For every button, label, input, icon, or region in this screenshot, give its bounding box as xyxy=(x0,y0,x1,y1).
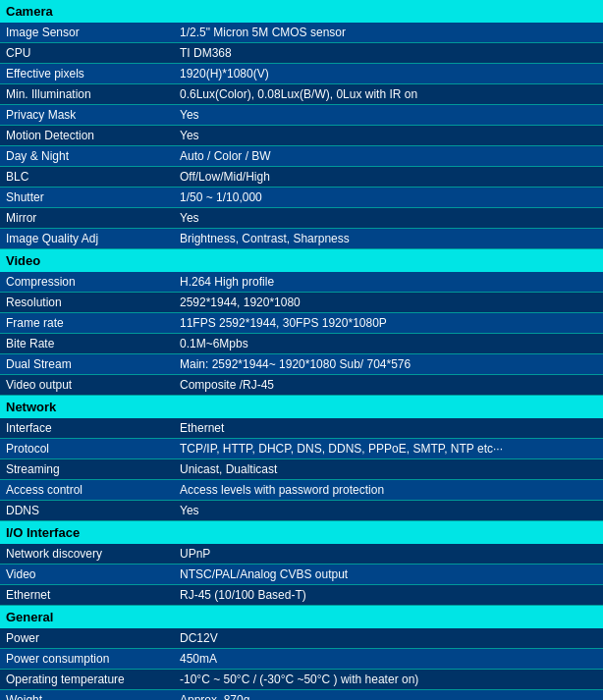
row-value: TCP/IP, HTTP, DHCP, DNS, DDNS, PPPoE, SM… xyxy=(174,439,603,459)
row-label: Video output xyxy=(0,375,174,396)
row-value: 450mA xyxy=(174,649,603,670)
row-value: 1/2.5" Micron 5M CMOS sensor xyxy=(174,23,603,43)
row-value: 0.6Lux(Color), 0.08Lux(B/W), 0Lux with I… xyxy=(174,84,603,105)
row-label: Streaming xyxy=(0,459,174,480)
table-row: EthernetRJ-45 (10/100 Based-T) xyxy=(0,585,603,606)
row-label: Shutter xyxy=(0,188,174,208)
table-row: Dual StreamMain: 2592*1944~ 1920*1080 Su… xyxy=(0,354,603,375)
row-value: Off/Low/Mid/High xyxy=(174,167,603,188)
row-value: Brightness, Contrast, Sharpness xyxy=(174,229,603,249)
row-value: DC12V xyxy=(174,628,603,649)
row-label: Frame rate xyxy=(0,313,174,334)
table-row: Bite Rate0.1M~6Mpbs xyxy=(0,334,603,354)
row-label: Privacy Mask xyxy=(0,105,174,126)
row-value: Main: 2592*1944~ 1920*1080 Sub/ 704*576 xyxy=(174,354,603,375)
row-value: TI DM368 xyxy=(174,43,603,64)
row-label: Mirror xyxy=(0,208,174,229)
table-row: ProtocolTCP/IP, HTTP, DHCP, DNS, DDNS, P… xyxy=(0,439,603,459)
row-value: Yes xyxy=(174,208,603,229)
table-row: StreamingUnicast, Dualticast xyxy=(0,459,603,480)
row-label: Power xyxy=(0,628,174,649)
row-label: Compression xyxy=(0,272,174,293)
table-row: CompressionH.264 High profile xyxy=(0,272,603,293)
row-label: BLC xyxy=(0,167,174,188)
row-label: DDNS xyxy=(0,501,174,521)
row-label: Dual Stream xyxy=(0,354,174,375)
table-row: BLCOff/Low/Mid/High xyxy=(0,167,603,188)
table-row: Frame rate11FPS 2592*1944, 30FPS 1920*10… xyxy=(0,313,603,334)
row-value: Yes xyxy=(174,501,603,521)
row-label: Operating temperature xyxy=(0,670,174,690)
section-header: Camera xyxy=(0,0,603,23)
table-row: Motion DetectionYes xyxy=(0,126,603,146)
section-header-label: I/O Interface xyxy=(0,521,603,545)
table-row: CPUTI DM368 xyxy=(0,43,603,64)
section-header-label: Camera xyxy=(0,0,603,23)
row-value: 1/50 ~ 1/10,000 xyxy=(174,188,603,208)
table-row: Operating temperature-10°C ~ 50°C / (-30… xyxy=(0,670,603,690)
row-label: Ethernet xyxy=(0,585,174,606)
row-value: 1920(H)*1080(V) xyxy=(174,64,603,84)
spec-table: CameraImage Sensor1/2.5" Micron 5M CMOS … xyxy=(0,0,603,700)
row-value: 0.1M~6Mpbs xyxy=(174,334,603,354)
section-header-label: General xyxy=(0,606,603,629)
row-value: 11FPS 2592*1944, 30FPS 1920*1080P xyxy=(174,313,603,334)
row-value: Unicast, Dualticast xyxy=(174,459,603,480)
table-row: MirrorYes xyxy=(0,208,603,229)
row-label: Effective pixels xyxy=(0,64,174,84)
table-row: Shutter1/50 ~ 1/10,000 xyxy=(0,188,603,208)
row-value: RJ-45 (10/100 Based-T) xyxy=(174,585,603,606)
row-value: Auto / Color / BW xyxy=(174,146,603,167)
row-label: CPU xyxy=(0,43,174,64)
table-row: Privacy MaskYes xyxy=(0,105,603,126)
row-label: Network discovery xyxy=(0,544,174,565)
row-value: H.264 High profile xyxy=(174,272,603,293)
section-header: Network xyxy=(0,396,603,419)
row-label: Image Quality Adj xyxy=(0,229,174,249)
table-row: VideoNTSC/PAL/Analog CVBS output xyxy=(0,565,603,585)
table-row: Access controlAccess levels with passwor… xyxy=(0,480,603,501)
row-label: Bite Rate xyxy=(0,334,174,354)
row-label: Day & Night xyxy=(0,146,174,167)
row-value: NTSC/PAL/Analog CVBS output xyxy=(174,565,603,585)
table-row: InterfaceEthernet xyxy=(0,418,603,439)
row-label: Protocol xyxy=(0,439,174,459)
section-header: General xyxy=(0,606,603,629)
row-value: Yes xyxy=(174,105,603,126)
row-label: Access control xyxy=(0,480,174,501)
table-row: Video outputComposite /RJ-45 xyxy=(0,375,603,396)
table-row: Image Sensor1/2.5" Micron 5M CMOS sensor xyxy=(0,23,603,43)
section-header-label: Network xyxy=(0,396,603,419)
table-row: Resolution2592*1944, 1920*1080 xyxy=(0,293,603,313)
row-value: Composite /RJ-45 xyxy=(174,375,603,396)
section-header: I/O Interface xyxy=(0,521,603,545)
row-label: Power consumption xyxy=(0,649,174,670)
row-value: Access levels with password protection xyxy=(174,480,603,501)
row-value: -10°C ~ 50°C / (-30°C ~50°C ) with heate… xyxy=(174,670,603,690)
row-label: Interface xyxy=(0,418,174,439)
table-row: Power consumption450mA xyxy=(0,649,603,670)
row-label: Image Sensor xyxy=(0,23,174,43)
section-header: Video xyxy=(0,249,603,273)
row-value: Approx. 870g xyxy=(174,690,603,701)
row-label: Min. Illumination xyxy=(0,84,174,105)
row-value: Yes xyxy=(174,126,603,146)
table-row: Min. Illumination0.6Lux(Color), 0.08Lux(… xyxy=(0,84,603,105)
row-label: Motion Detection xyxy=(0,126,174,146)
table-row: Effective pixels1920(H)*1080(V) xyxy=(0,64,603,84)
row-value: UPnP xyxy=(174,544,603,565)
table-row: DDNSYes xyxy=(0,501,603,521)
row-value: 2592*1944, 1920*1080 xyxy=(174,293,603,313)
row-value: Ethernet xyxy=(174,418,603,439)
table-row: PowerDC12V xyxy=(0,628,603,649)
row-label: Resolution xyxy=(0,293,174,313)
row-label: Weight xyxy=(0,690,174,701)
row-label: Video xyxy=(0,565,174,585)
table-row: WeightApprox. 870g xyxy=(0,690,603,701)
section-header-label: Video xyxy=(0,249,603,273)
table-row: Image Quality AdjBrightness, Contrast, S… xyxy=(0,229,603,249)
table-row: Network discoveryUPnP xyxy=(0,544,603,565)
table-row: Day & NightAuto / Color / BW xyxy=(0,146,603,167)
